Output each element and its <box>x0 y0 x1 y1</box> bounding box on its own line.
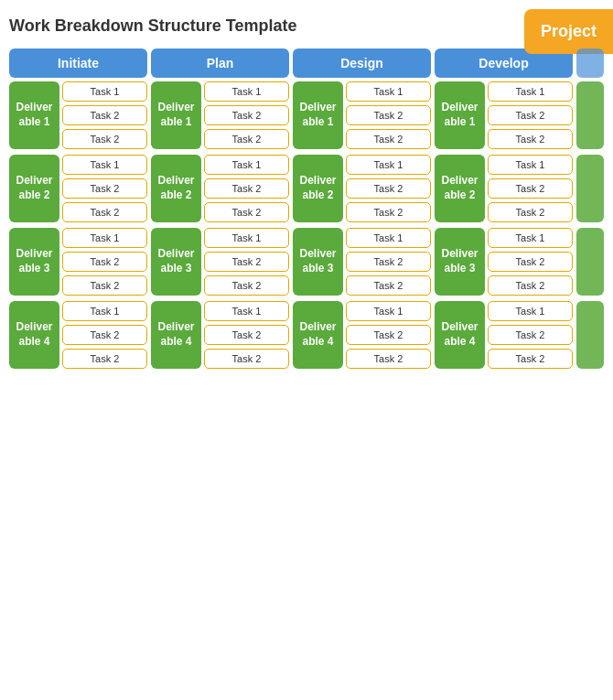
extra-d3: T1 T2 T2 <box>576 228 604 296</box>
task-item: Task 2 <box>204 275 289 296</box>
extra-d4: T1 T2 T2 <box>576 301 604 369</box>
phase-header-initiate: Initiate <box>9 48 147 78</box>
design-d4: Deliver able 4 Task 1 Task 2 Task 2 <box>293 301 431 369</box>
initiate-d1: Deliver able 1 Task 1 Task 2 Task 2 <box>9 81 147 149</box>
deliverable-design-2: Deliver able 2 <box>293 155 343 222</box>
task-item: Task 1 <box>204 228 289 248</box>
plan-d2: Deliver able 2 Task 1 Task 2 Task 2 <box>151 155 289 222</box>
task-item: Task 2 <box>488 178 573 199</box>
task-item: Task 2 <box>488 275 573 296</box>
deliverable-initiate-3: Deliver able 3 <box>9 228 59 296</box>
tasks-design-3: Task 1 Task 2 Task 2 <box>346 228 431 296</box>
develop-d4: Deliver able 4 Task 1 Task 2 Task 2 <box>435 301 573 369</box>
task-item: Task 2 <box>204 252 289 272</box>
task-item: Task 1 <box>346 301 431 321</box>
develop-d3: Deliver able 3 Task 1 Task 2 Task 2 <box>435 228 573 296</box>
deliverable-extra-2 <box>576 155 604 222</box>
task-item: Task 1 <box>62 301 147 321</box>
develop-d2: Deliver able 2 Task 1 Task 2 Task 2 <box>435 155 573 222</box>
task-item: Task 2 <box>204 202 289 222</box>
task-item: Task 1 <box>346 81 431 102</box>
tasks-plan-3: Task 1 Task 2 Task 2 <box>204 228 289 296</box>
tasks-design-4: Task 1 Task 2 Task 2 <box>346 301 431 369</box>
task-item: Task 2 <box>62 275 147 296</box>
project-badge: Project <box>524 9 613 54</box>
task-item: Task 2 <box>346 325 431 345</box>
task-item: Task 2 <box>204 129 289 149</box>
task-item: Task 2 <box>488 252 573 272</box>
tasks-initiate-2: Task 1 Task 2 Task 2 <box>62 155 147 222</box>
deliverable-initiate-1: Deliver able 1 <box>9 81 59 149</box>
task-item: Task 2 <box>62 349 147 369</box>
tasks-plan-1: Task 1 Task 2 Task 2 <box>204 81 289 149</box>
deliverable-develop-3: Deliver able 3 <box>435 228 485 296</box>
tasks-design-2: Task 1 Task 2 Task 2 <box>346 155 431 222</box>
task-item: Task 2 <box>204 349 289 369</box>
plan-d1: Deliver able 1 Task 1 Task 2 Task 2 <box>151 81 289 149</box>
deliverable-plan-2: Deliver able 2 <box>151 155 201 222</box>
task-item: Task 2 <box>488 202 573 222</box>
tasks-initiate-4: Task 1 Task 2 Task 2 <box>62 301 147 369</box>
deliverable-develop-2: Deliver able 2 <box>435 155 485 222</box>
phase-header-plan: Plan <box>151 48 289 78</box>
task-item: Task 2 <box>62 202 147 222</box>
page-title: Work Breakdown Structure Template <box>9 16 604 36</box>
tasks-design-1: Task 1 Task 2 Task 2 <box>346 81 431 149</box>
task-item: Task 1 <box>488 228 573 248</box>
task-item: Task 1 <box>488 301 573 321</box>
tasks-plan-4: Task 1 Task 2 Task 2 <box>204 301 289 369</box>
task-item: Task 2 <box>488 129 573 149</box>
deliverable-design-1: Deliver able 1 <box>293 81 343 149</box>
task-item: Task 1 <box>62 228 147 248</box>
task-item: Task 2 <box>62 178 147 199</box>
deliverable-develop-1: Deliver able 1 <box>435 81 485 149</box>
initiate-d4: Deliver able 4 Task 1 Task 2 Task 2 <box>9 301 147 369</box>
task-item: Task 1 <box>62 155 147 175</box>
extra-d1: T1 T2 T2 <box>576 81 604 149</box>
task-item: Task 1 <box>204 81 289 102</box>
task-item: Task 2 <box>62 105 147 125</box>
task-item: Task 1 <box>62 81 147 102</box>
task-item: Task 2 <box>62 252 147 272</box>
task-item: Task 2 <box>488 349 573 369</box>
develop-d1: Deliver able 1 Task 1 Task 2 Task 2 <box>435 81 573 149</box>
extra-d2: T1 T2 T2 <box>576 155 604 222</box>
design-d1: Deliver able 1 Task 1 Task 2 Task 2 <box>293 81 431 149</box>
task-item: Task 2 <box>204 105 289 125</box>
wbs-container: Initiate Plan Design Develop Deliver abl… <box>9 48 604 369</box>
deliverable-plan-1: Deliver able 1 <box>151 81 201 149</box>
wbs-row-1: Deliver able 1 Task 1 Task 2 Task 2 Deli… <box>9 81 604 149</box>
deliverable-extra-4 <box>576 301 604 369</box>
tasks-develop-4: Task 1 Task 2 Task 2 <box>488 301 573 369</box>
deliverable-plan-3: Deliver able 3 <box>151 228 201 296</box>
phase-header-row: Initiate Plan Design Develop <box>9 48 604 78</box>
task-item: Task 1 <box>204 301 289 321</box>
tasks-develop-1: Task 1 Task 2 Task 2 <box>488 81 573 149</box>
design-d2: Deliver able 2 Task 1 Task 2 Task 2 <box>293 155 431 222</box>
wbs-row-3: Deliver able 3 Task 1 Task 2 Task 2 Deli… <box>9 228 604 296</box>
task-item: Task 2 <box>204 325 289 345</box>
task-item: Task 1 <box>488 155 573 175</box>
task-item: Task 1 <box>346 155 431 175</box>
deliverable-initiate-2: Deliver able 2 <box>9 155 59 222</box>
tasks-develop-2: Task 1 Task 2 Task 2 <box>488 155 573 222</box>
task-item: Task 2 <box>346 252 431 272</box>
initiate-d2: Deliver able 2 Task 1 Task 2 Task 2 <box>9 155 147 222</box>
tasks-plan-2: Task 1 Task 2 Task 2 <box>204 155 289 222</box>
plan-d3: Deliver able 3 Task 1 Task 2 Task 2 <box>151 228 289 296</box>
task-item: Task 2 <box>346 129 431 149</box>
tasks-initiate-3: Task 1 Task 2 Task 2 <box>62 228 147 296</box>
task-item: Task 2 <box>488 325 573 345</box>
deliverable-plan-4: Deliver able 4 <box>151 301 201 369</box>
task-item: Task 2 <box>488 105 573 125</box>
tasks-develop-3: Task 1 Task 2 Task 2 <box>488 228 573 296</box>
wbs-grid: Deliver able 1 Task 1 Task 2 Task 2 Deli… <box>9 81 604 369</box>
deliverable-design-3: Deliver able 3 <box>293 228 343 296</box>
wbs-row-4: Deliver able 4 Task 1 Task 2 Task 2 Deli… <box>9 301 604 369</box>
phase-header-design: Design <box>293 48 431 78</box>
deliverable-develop-4: Deliver able 4 <box>435 301 485 369</box>
task-item: Task 2 <box>346 202 431 222</box>
phase-header-extra <box>576 48 604 78</box>
task-item: Task 2 <box>346 349 431 369</box>
design-d3: Deliver able 3 Task 1 Task 2 Task 2 <box>293 228 431 296</box>
